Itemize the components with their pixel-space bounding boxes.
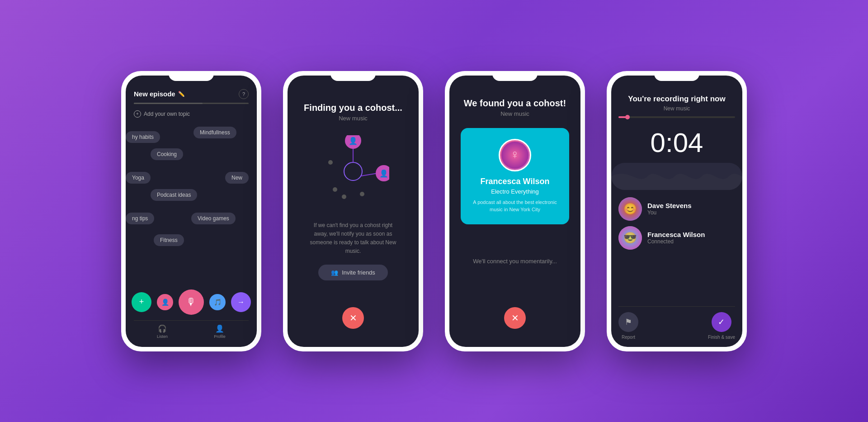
connect-message: We'll connect you momentarily...: [473, 258, 557, 265]
fab-row: + 👤 🎙 🎵 →: [132, 289, 251, 315]
close-button[interactable]: ✕: [342, 307, 364, 329]
francesca-info: Francesca Wilson Connected: [647, 231, 705, 245]
episode-title: New episode: [134, 90, 175, 98]
recording-subtitle: New music: [618, 105, 735, 112]
svg-line-2: [361, 173, 377, 176]
topic-pill[interactable]: hy habits: [126, 131, 160, 143]
phone-4-notch: [654, 71, 699, 81]
phone-2-content: Finding you a cohost... New music 👤 👤: [288, 76, 419, 347]
nav-profile[interactable]: 👤 Profile: [214, 324, 226, 339]
phone-3-content: We found you a cohost! New music ♀: [449, 76, 580, 347]
phone-1-notch: [169, 71, 214, 81]
nav-profile-label: Profile: [214, 334, 226, 339]
phone-1-title: New episode ✏️: [134, 90, 185, 98]
phone-2: Finding you a cohost... New music 👤 👤: [283, 71, 423, 351]
phone-3-notch: [492, 71, 538, 81]
finding-description: If we can't find you a cohost right away…: [308, 221, 398, 256]
cohost-description: A podcast all about the best electronic …: [470, 199, 560, 213]
recording-dot: [625, 115, 630, 119]
topic-pill[interactable]: Podcast ideas: [151, 189, 197, 201]
recording-title: You're recording right now: [618, 95, 735, 104]
invite-friends-button[interactable]: 👥 Invite friends: [318, 265, 388, 280]
waveform-bg: [611, 163, 742, 190]
phone-2-notch: [330, 71, 376, 81]
music-fab[interactable]: 🎵: [209, 294, 226, 310]
dave-name: Dave Stevens: [647, 202, 692, 209]
svg-text:😎: 😎: [623, 231, 637, 244]
dave-avatar: 😊: [618, 197, 642, 221]
svg-text:👤: 👤: [379, 169, 388, 178]
phone-1-bottom: + 👤 🎙 🎵 → 🎧 Listen 👤 Profile: [126, 285, 257, 347]
cohost-card: ♀ Francesca Wilson Electro Everything A …: [461, 128, 569, 224]
add-fab[interactable]: +: [132, 292, 151, 312]
dave-info: Dave Stevens You: [647, 202, 692, 216]
topic-pill[interactable]: Yoga: [126, 172, 151, 184]
add-topic-label: Add your own topic: [144, 111, 190, 117]
svg-point-0: [344, 162, 362, 180]
participant-row-dave: 😊 Dave Stevens You: [618, 197, 735, 221]
recording-timer: 0:04: [618, 127, 735, 158]
edit-icon[interactable]: ✏️: [178, 91, 185, 97]
waveform-svg: [611, 163, 742, 190]
finish-icon-circle: ✓: [712, 312, 731, 332]
phone-4-content: You're recording right now New music 0:0…: [611, 76, 742, 347]
topic-pill[interactable]: Video games: [191, 213, 236, 224]
report-button[interactable]: ⚑ Report: [618, 312, 638, 340]
svg-point-10: [328, 160, 333, 165]
svg-point-9: [360, 192, 364, 196]
person-fab[interactable]: 👤: [157, 294, 173, 310]
network-svg: 👤 👤: [317, 135, 389, 208]
topic-pill[interactable]: Mindfullness: [193, 127, 236, 138]
cohost-name: Francesca Wilson: [481, 177, 550, 186]
found-title: We found you a cohost!: [464, 98, 566, 109]
found-subtitle: New music: [500, 110, 529, 117]
topic-pill[interactable]: New: [225, 172, 249, 184]
phone-3: We found you a cohost! New music ♀: [445, 71, 585, 351]
help-button[interactable]: ?: [239, 89, 249, 99]
cohost-avatar: ♀: [499, 139, 531, 171]
cohost-avatar-svg: ♀: [501, 142, 528, 169]
next-fab[interactable]: →: [231, 292, 251, 312]
phone-4: You're recording right now New music 0:0…: [607, 71, 747, 351]
report-label: Report: [622, 335, 635, 340]
finding-title: Finding you a cohost...: [304, 103, 402, 113]
invite-icon: 👥: [331, 269, 338, 276]
report-icon-circle: ⚑: [618, 312, 638, 332]
finish-save-button[interactable]: ✓ Finish & save: [708, 312, 735, 340]
cohost-show: Electro Everything: [491, 188, 539, 195]
topics-area: hy habits Mindfullness Cooking Yoga New …: [126, 122, 257, 285]
topic-pill[interactable]: Cooking: [151, 148, 183, 160]
nav-listen[interactable]: 🎧 Listen: [157, 324, 168, 339]
finish-label: Finish & save: [708, 335, 735, 340]
svg-text:♀: ♀: [510, 147, 520, 161]
participants-list: 😊 Dave Stevens You: [618, 190, 735, 306]
add-topic-button[interactable]: + Add your own topic: [134, 110, 249, 118]
finding-subtitle: New music: [339, 115, 368, 122]
topic-pill[interactable]: ng tips: [126, 213, 154, 224]
francesca-avatar: 😎: [618, 226, 642, 250]
nav-listen-label: Listen: [157, 334, 168, 339]
dave-status: You: [647, 209, 692, 216]
progress-fill: [134, 103, 203, 104]
francesca-avatar-svg: 😎: [618, 226, 642, 250]
person-icon: 👤: [215, 324, 224, 333]
phone-1: New episode ✏️ ? + Add your own topic hy…: [121, 71, 261, 351]
svg-point-8: [342, 194, 346, 199]
francesca-status: Connected: [647, 238, 705, 245]
recording-progress-bar: [618, 116, 735, 118]
svg-text:👤: 👤: [349, 137, 358, 145]
phone-4-actions: ⚑ Report ✓ Finish & save: [618, 306, 735, 340]
svg-point-7: [333, 187, 337, 192]
invite-button-label: Invite friends: [342, 269, 375, 276]
close-button-3[interactable]: ✕: [504, 307, 526, 329]
participant-row-francesca: 😎 Francesca Wilson Connected: [618, 226, 735, 250]
network-visual: 👤 👤: [317, 135, 389, 208]
headphones-icon: 🎧: [158, 324, 167, 333]
svg-text:😊: 😊: [623, 202, 637, 215]
plus-icon: +: [134, 110, 141, 118]
mic-button[interactable]: 🎙: [179, 289, 204, 315]
progress-bar: [134, 103, 249, 104]
topic-pill[interactable]: Fitness: [154, 234, 184, 246]
dave-avatar-svg: 😊: [618, 197, 642, 221]
nav-bar: 🎧 Listen 👤 Profile: [134, 320, 249, 339]
